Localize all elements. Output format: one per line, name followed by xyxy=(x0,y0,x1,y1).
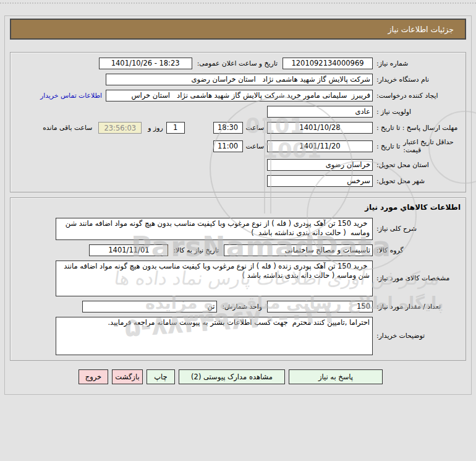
countdown-timer: 23:56:03 xyxy=(98,122,142,134)
need-number-row: شماره نیاز: تاریخ و ساعت اعلان عمومی: xyxy=(13,58,463,69)
buyer-notes-label: توضیحات خریدار: xyxy=(373,332,463,340)
buyer-notes-field[interactable]: احتراما ,تامیین کنند محترم جهت کسب اطلاع… xyxy=(56,317,373,355)
quantity-field[interactable] xyxy=(267,301,373,312)
page-container: جزئیات اطلاعات نیاز شماره نیاز: تاریخ و … xyxy=(4,15,472,395)
need-date-field[interactable] xyxy=(89,244,168,256)
exit-button[interactable]: خروج xyxy=(79,369,108,384)
need-date-label: تاریخ نیاز به کالا: xyxy=(173,246,219,254)
print-button[interactable]: چاپ xyxy=(147,369,175,384)
action-buttons-row: پاسخ به نیاز مشاهده مدارک پیوستی (2) چاپ… xyxy=(10,369,383,384)
goods-specs-label: مشخصات کالای مورد نیاز: xyxy=(373,274,463,282)
top-dotted-divider xyxy=(0,2,476,4)
delivery-city-label: شهر محل تحویل: xyxy=(373,177,463,185)
creator-label: ایجاد کننده درخواست: xyxy=(373,92,463,100)
priority-row: اولویت نیاز : xyxy=(13,106,463,118)
need-number-label: شماره نیاز: xyxy=(373,59,463,67)
reply-deadline-label: مهلت ارسال پاسخ : تا تاریخ : xyxy=(373,124,463,132)
goods-specs-field[interactable]: خرید 150 تن آهک پودری زنده ( فله ) از نو… xyxy=(56,261,373,296)
priority-field[interactable] xyxy=(267,106,373,118)
need-number-field[interactable] xyxy=(283,58,373,69)
reply-hour-label: ساعت xyxy=(246,124,264,132)
reply-to-need-button[interactable]: پاسخ به نیاز xyxy=(289,369,383,384)
goods-specs-row: مشخصات کالای مورد نیاز: خرید 150 تن آهک … xyxy=(13,261,463,296)
goods-group-field[interactable] xyxy=(224,244,373,256)
days-remaining-field[interactable] xyxy=(166,122,185,134)
price-validity-label: حداقل تاریخ اعتبار قیمت: xyxy=(403,138,463,155)
hours-remaining-label: ساعت باقی مانده xyxy=(43,124,92,132)
buyer-org-row: نام دستگاه خریدار: xyxy=(13,74,463,85)
price-validity-row: حداقل تاریخ اعتبار قیمت: تا تاریخ : ساعت xyxy=(13,138,463,155)
price-validity-date-field[interactable] xyxy=(267,140,373,152)
creator-field[interactable] xyxy=(106,90,373,101)
buyer-contact-link[interactable]: اطلاعات تماس خریدار xyxy=(40,92,102,100)
reply-deadline-date-field[interactable] xyxy=(267,122,373,134)
announce-datetime-label: تاریخ و ساعت اعلان عمومی: xyxy=(197,59,278,67)
price-validity-label-cell: حداقل تاریخ اعتبار قیمت: تا تاریخ : xyxy=(373,138,463,155)
reply-deadline-time-field[interactable] xyxy=(213,122,243,134)
reply-deadline-row: مهلت ارسال پاسخ : تا تاریخ : ساعت روز و … xyxy=(13,122,463,134)
unit-label: واحد شمارش: xyxy=(222,303,262,311)
goods-group-label: گروه کالا: xyxy=(373,246,463,254)
buyer-org-field[interactable] xyxy=(106,74,373,85)
announce-datetime-field[interactable] xyxy=(99,58,192,69)
delivery-province-label: استان محل تحویل: xyxy=(373,161,463,169)
goods-group-row: گروه کالا: تاریخ نیاز به کالا: xyxy=(13,244,463,256)
delivery-city-field[interactable] xyxy=(267,175,373,187)
unit-field[interactable] xyxy=(82,301,217,312)
general-description-field[interactable]: خرید 150 تن آهک پودری ( فله ) از نوع مرغ… xyxy=(56,218,373,240)
quantity-label: تعداد / مقدار مورد نیاز: xyxy=(373,303,463,311)
delivery-province-field[interactable] xyxy=(267,159,373,171)
title-bar: جزئیات اطلاعات نیاز xyxy=(10,19,466,40)
price-validity-time-field[interactable] xyxy=(213,140,243,152)
general-info-groupbox: شماره نیاز: تاریخ و ساعت اعلان عمومی: نا… xyxy=(10,52,466,192)
days-and-label: روز و xyxy=(148,124,163,132)
back-button[interactable]: بازگشت xyxy=(112,369,143,384)
until-date-label: تا تاریخ : xyxy=(376,142,400,150)
delivery-city-row: شهر محل تحویل: xyxy=(13,175,463,187)
buyer-org-label: نام دستگاه خریدار: xyxy=(373,75,463,84)
delivery-province-row: استان محل تحویل: xyxy=(13,159,463,171)
quantity-row: تعداد / مقدار مورد نیاز: واحد شمارش: xyxy=(13,301,463,312)
goods-section-title: اطلاعات کالاهاي مورد نیاز xyxy=(15,203,461,212)
general-description-row: شرح کلی نیاز: خرید 150 تن آهک پودری ( فل… xyxy=(13,218,463,240)
creator-row: ایجاد کننده درخواست: اطلاعات تماس خریدار xyxy=(13,90,463,101)
general-description-label: شرح کلی نیاز: xyxy=(373,225,463,233)
validity-hour-label: ساعت xyxy=(246,142,264,150)
buyer-notes-row: توضیحات خریدار: احتراما ,تامیین کنند محت… xyxy=(13,317,463,355)
page-title: جزئیات اطلاعات نیاز xyxy=(388,25,454,34)
view-attachments-button[interactable]: مشاهده مدارک پیوستی (2) xyxy=(179,369,285,384)
goods-info-groupbox: اطلاعات کالاهاي مورد نیاز شرح کلی نیاز: … xyxy=(10,197,466,361)
priority-label: اولویت نیاز : xyxy=(373,108,463,116)
